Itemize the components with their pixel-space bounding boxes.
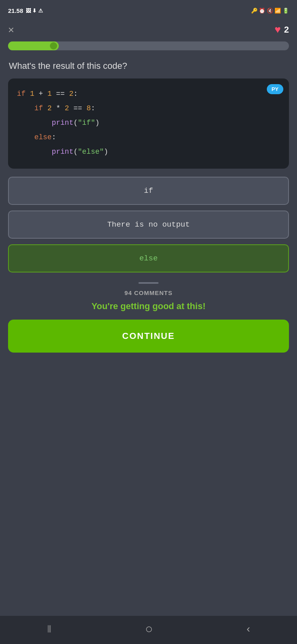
lives-count: 2	[284, 25, 289, 35]
heart-icon: ♥	[274, 23, 280, 36]
divider-line	[138, 282, 159, 284]
options-container: if There is no output else	[0, 177, 297, 272]
status-bar: 21.58 🖼 ⬇ ⚠ 🔑 ⏰ 🔇 📶 🔋	[0, 0, 297, 19]
code-line-1: if 1 + 1 == 2:	[17, 87, 280, 101]
status-time: 21.58 🖼 ⬇ ⚠	[8, 7, 43, 14]
progress-bar	[8, 41, 289, 50]
code-line-5: print("else")	[17, 144, 280, 159]
progress-circle	[50, 42, 57, 50]
option-no-output[interactable]: There is no output	[8, 211, 289, 239]
status-right-icons: 🔑 ⏰ 🔇 📶 🔋	[251, 8, 289, 14]
option-else[interactable]: else	[8, 244, 289, 272]
close-button[interactable]: ×	[8, 25, 14, 35]
signal-icons: 🔑 ⏰ 🔇 📶 🔋	[251, 8, 289, 14]
question-text: What's the result of this code?	[0, 57, 297, 78]
time-display: 21.58	[8, 7, 23, 14]
code-container: PY if 1 + 1 == 2: if 2 * 2 == 8: print("…	[8, 78, 289, 169]
lives-container: ♥ 2	[274, 23, 289, 36]
option-if[interactable]: if	[8, 177, 289, 205]
nav-menu-icon[interactable]: ⦀	[47, 623, 52, 635]
code-line-3: print("if")	[17, 116, 280, 130]
code-line-2: if 2 * 2 == 8:	[17, 101, 280, 116]
top-nav: × ♥ 2	[0, 19, 297, 40]
option-if-label: if	[144, 186, 153, 195]
option-else-label: else	[139, 254, 158, 263]
code-block: if 1 + 1 == 2: if 2 * 2 == 8: print("if"…	[17, 87, 280, 159]
comments-label: 94 COMMENTS	[124, 289, 172, 296]
status-icons: 🖼 ⬇ ⚠	[26, 8, 43, 14]
nav-home-icon[interactable]: ○	[145, 621, 153, 636]
bottom-nav: ⦀ ○ ‹	[0, 616, 297, 644]
divider-section: 94 COMMENTS You're getting good at this!	[0, 282, 297, 312]
code-line-4: else:	[17, 130, 280, 144]
lang-badge: PY	[267, 84, 283, 94]
continue-label: CONTINUE	[122, 331, 175, 341]
continue-button[interactable]: CONTINUE	[8, 320, 289, 353]
progress-fill	[8, 41, 59, 50]
nav-back-icon[interactable]: ‹	[247, 623, 250, 635]
option-no-output-label: There is no output	[107, 220, 190, 229]
motivation-text: You're getting good at this!	[83, 301, 213, 312]
